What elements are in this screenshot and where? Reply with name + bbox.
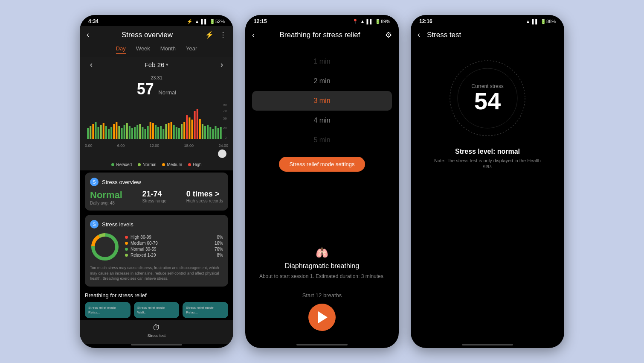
phone-stress-overview: 4:34 ⚡ ▲ ▌▌ 🔋52% ‹ Stress overview ⚡ ⋮ D… <box>80 15 233 348</box>
svg-rect-7 <box>92 124 94 139</box>
high-stat: 0 times > High stress records <box>186 190 223 203</box>
header-icons-1: ⚡ ⋮ <box>205 31 226 39</box>
svg-rect-51 <box>207 125 209 139</box>
svg-text:79: 79 <box>223 109 227 113</box>
levels-card-title: Stress levels <box>102 221 133 228</box>
stress-relief-settings-button[interactable]: Stress relief mode settings <box>279 157 365 172</box>
breath-card-1[interactable]: Stress relief modeRelax... <box>85 302 131 318</box>
route-icon[interactable]: ⚡ <box>205 31 214 39</box>
p1-header: ‹ Stress overview ⚡ ⋮ <box>80 26 233 43</box>
overview-card-title: Stress overview <box>102 179 141 185</box>
svg-rect-31 <box>155 125 157 139</box>
more-icon[interactable]: ⋮ <box>220 31 226 39</box>
page-title-3: Stress test <box>427 31 461 39</box>
phone-stress-test: 12:16 ▲ ▌▌ 🔋88% ‹ Stress test Current st… <box>411 15 564 348</box>
duration-3min[interactable]: 3 min <box>252 91 392 111</box>
svg-rect-22 <box>131 128 133 139</box>
back-button-2[interactable]: ‹ <box>252 31 255 40</box>
svg-rect-16 <box>116 122 117 139</box>
bottom-nav-1: ⏱ Stress test <box>80 320 233 344</box>
page-title-1: Stress overview <box>122 31 173 39</box>
stress-test-nav[interactable]: ⏱ Stress test <box>148 323 166 338</box>
svg-rect-34 <box>162 129 164 139</box>
status-icons-3: ▲ ▌▌ 🔋88% <box>525 19 556 24</box>
svg-rect-28 <box>147 126 149 139</box>
breathing-info: 🫁 Diaphragmatic breathing About to start… <box>251 234 393 284</box>
svg-text:0: 0 <box>225 136 227 140</box>
breathing-type-sub: About to start session 1. Estimated dura… <box>259 273 385 279</box>
breathing-cards: Stress relief modeRelax... Stress relief… <box>85 302 228 318</box>
svg-rect-48 <box>199 119 201 139</box>
tab-week[interactable]: Week <box>136 45 150 54</box>
gear-icon[interactable]: ⚙ <box>385 30 392 40</box>
duration-5min[interactable]: 5 min <box>245 130 399 150</box>
breathing-title: Breathing for stress relief <box>85 292 228 299</box>
svg-rect-29 <box>150 122 151 139</box>
current-date: Feb 26 ▾ <box>145 61 169 68</box>
svg-rect-13 <box>108 129 110 139</box>
legend-relaxed: Relaxed <box>111 162 132 167</box>
svg-rect-23 <box>134 127 136 139</box>
next-date-button[interactable]: › <box>220 60 223 69</box>
legend-medium: Medium <box>162 162 182 167</box>
back-button-1[interactable]: ‹ <box>87 30 89 39</box>
date-dropdown-icon[interactable]: ▾ <box>166 62 168 67</box>
svg-rect-5 <box>87 128 89 139</box>
play-section: Start 12 breaths <box>302 284 342 344</box>
svg-rect-36 <box>168 123 169 139</box>
legend-high: High <box>188 162 202 167</box>
svg-rect-45 <box>191 120 193 139</box>
wifi-icon-3: ▲ <box>525 19 530 24</box>
svg-rect-25 <box>139 124 141 139</box>
gauge-number: Current stress 54 <box>471 83 503 113</box>
stress-test-label: Stress test <box>148 334 166 338</box>
svg-rect-12 <box>105 126 107 139</box>
home-indicator-1 <box>131 344 182 345</box>
svg-rect-9 <box>98 127 99 139</box>
svg-rect-14 <box>110 127 112 139</box>
donut-chart <box>90 232 120 262</box>
svg-text:29: 29 <box>223 126 227 130</box>
tab-year[interactable]: Year <box>186 45 197 54</box>
wifi-icon: ▲ <box>194 19 199 24</box>
svg-text:99: 99 <box>223 103 227 107</box>
chart-x-labels: 0:00 6:00 12:00 18:00 24:00 <box>80 143 233 148</box>
p3-header: ‹ Stress test <box>411 26 564 43</box>
duration-4min[interactable]: 4 min <box>245 111 399 130</box>
breath-card-2[interactable]: Stress relief modeWalk... <box>134 302 180 318</box>
time-2: 12:15 <box>254 18 267 24</box>
stress-chart: 99 79 59 29 0 <box>80 100 233 143</box>
svg-rect-52 <box>209 127 211 139</box>
duration-list: 1 min 2 min 3 min 4 min 5 min Stress rel… <box>245 43 399 344</box>
stress-level-label: Stress level: normal <box>455 148 520 155</box>
tab-month[interactable]: Month <box>160 45 176 54</box>
duration-2min[interactable]: 2 min <box>245 71 399 91</box>
svg-rect-47 <box>197 109 198 139</box>
tab-day[interactable]: Day <box>116 45 126 54</box>
duration-1min[interactable]: 1 min <box>245 52 399 71</box>
levels-note: Too much stress may cause distress, frus… <box>90 265 223 281</box>
prev-date-button[interactable]: ‹ <box>90 60 93 69</box>
breath-card-3[interactable]: Stress relief modeRelax... <box>183 302 228 318</box>
svg-rect-41 <box>181 124 183 139</box>
stress-value-section: 23:31 57 Normal <box>80 73 233 100</box>
levels-list: High 80-99 0% Medium 60-79 16% <box>125 235 223 259</box>
svg-rect-40 <box>178 128 180 139</box>
back-button-3[interactable]: ‹ <box>418 30 420 39</box>
p2-header: ‹ Breathing for stress relief ⚙ <box>245 26 399 43</box>
breathing-icon: 🫁 <box>316 247 328 259</box>
svg-text:59: 59 <box>223 117 227 120</box>
svg-rect-27 <box>144 129 146 139</box>
svg-rect-11 <box>103 123 104 139</box>
svg-rect-55 <box>218 128 219 139</box>
slider-handle[interactable] <box>218 149 226 158</box>
chart-slider[interactable] <box>80 148 233 161</box>
svg-rect-30 <box>152 123 154 139</box>
play-button[interactable] <box>308 304 336 331</box>
svg-rect-35 <box>165 124 167 139</box>
svg-rect-37 <box>171 122 172 139</box>
signal-icon-3: ▌▌ <box>532 19 539 24</box>
svg-rect-53 <box>212 129 214 139</box>
svg-rect-17 <box>118 126 120 139</box>
svg-rect-15 <box>113 124 115 139</box>
